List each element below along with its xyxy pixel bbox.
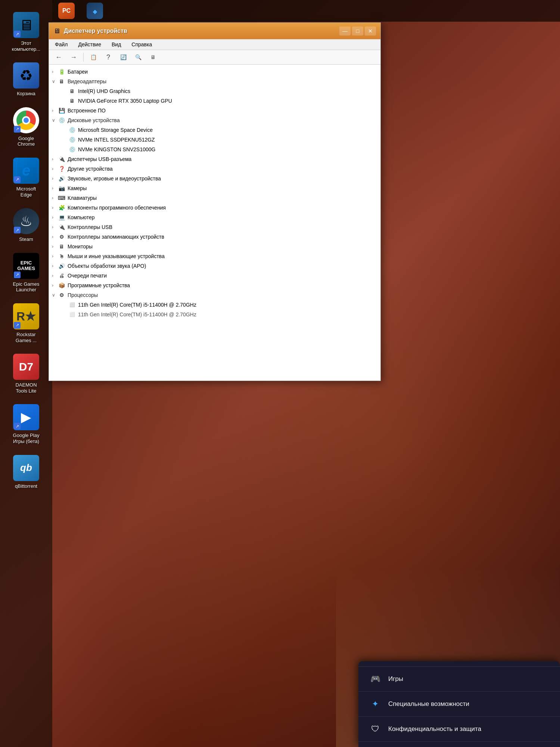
desktop-icon-gplay[interactable]: ▶ ↗ Google PlayИгры (бета): [4, 400, 49, 449]
close-button[interactable]: ✕: [365, 27, 376, 35]
arrow-audio: ›: [52, 263, 58, 269]
tree-cpu1[interactable]: ⬜ 11th Gen Intel(R) Core(TM) i5-11400H @…: [49, 300, 380, 310]
arrow-storage: ›: [52, 234, 58, 239]
desktop-sidebar: 🖥 ↗ Этот компьютер... ♻ Корзина ↗ Google…: [0, 0, 52, 747]
label-monitors: Мониторы: [68, 244, 377, 249]
menu-file[interactable]: Файл: [53, 41, 69, 48]
tree-video-adapters[interactable]: ∨ 🖥 Видеоадаптеры: [49, 77, 380, 86]
desktop-icon-epic[interactable]: EPICGAMES ↗ Epic GamesLauncher: [4, 248, 49, 297]
taskbar-pycharm[interactable]: PC: [52, 0, 81, 21]
scan-button[interactable]: 🔍: [131, 52, 145, 63]
arrow-print: ›: [52, 273, 58, 278]
ctx-separator-bottom: [358, 741, 560, 742]
games-label: Игры: [388, 675, 403, 683]
ctx-games[interactable]: 🎮 Игры: [358, 668, 560, 690]
trash-label: Корзина: [17, 91, 35, 97]
tree-mice[interactable]: › 🖱 Мыши и иные указывающие устройства: [49, 251, 380, 261]
accessibility-icon: ✦: [370, 699, 381, 709]
tree-keyboards[interactable]: › ⌨ Клавиатуры: [49, 193, 380, 203]
shortcut-arrow-epic: ↗: [14, 272, 21, 278]
tree-nvme-kingston[interactable]: 💿 NVMe KINGSTON SNV2S1000G: [49, 145, 380, 154]
icon-firmware: 💾: [58, 107, 65, 114]
tree-other[interactable]: › ❓ Другие устройства: [49, 164, 380, 174]
icon-disk: 💿: [58, 117, 65, 124]
tree-cpu2[interactable]: ⬜ 11th Gen Intel(R) Core(TM) i5-11400H @…: [49, 310, 380, 319]
titlebar-icon: 🖥: [53, 27, 60, 35]
computer-icon: 🖥 ↗: [13, 12, 39, 38]
arrow-batteries: ›: [52, 69, 58, 74]
ctx-separator-top: [358, 666, 560, 667]
tree-nvme-intel[interactable]: 💿 NVMe INTEL SSDPEKNU512GZ: [49, 135, 380, 145]
label-nvidia: NVIDIA GeForce RTX 3050 Laptop GPU: [78, 98, 377, 104]
tree-nvidia-rtx[interactable]: 🖥 NVIDIA GeForce RTX 3050 Laptop GPU: [49, 96, 380, 106]
arrow-firmware: ›: [52, 108, 58, 113]
accessibility-label: Специальные возможности: [388, 700, 469, 708]
tree-cameras[interactable]: › 📷 Камеры: [49, 183, 380, 193]
qbit-icon: qb: [13, 455, 39, 481]
tree-storage-ctrl[interactable]: › ⚙ Контроллеры запоминающих устройств: [49, 232, 380, 242]
properties-button[interactable]: 📋: [87, 52, 100, 63]
tree-monitors[interactable]: › 🖥 Мониторы: [49, 242, 380, 251]
label-firmware: Встроенное ПО: [68, 108, 377, 114]
tree-computer[interactable]: › 💻 Компьютер: [49, 213, 380, 222]
tree-intel-uhd[interactable]: 🖥 Intel(R) UHD Graphics: [49, 86, 380, 96]
arrow-video: ∨: [52, 79, 58, 84]
label-storage: Контроллеры запоминающих устройств: [68, 234, 377, 240]
desktop-icon-computer[interactable]: 🖥 ↗ Этот компьютер...: [4, 7, 49, 56]
help-button[interactable]: ?: [102, 52, 115, 63]
label-print: Очереди печати: [68, 273, 377, 279]
label-usb2: Контроллеры USB: [68, 224, 377, 230]
desktop-icon-trash[interactable]: ♻ Корзина: [4, 58, 49, 101]
desktop-icon-edge[interactable]: e ↗ MicrosoftEdge: [4, 153, 49, 202]
qbit-label: qBittorrent: [15, 483, 37, 489]
desktop-icon-chrome[interactable]: ↗ GoogleChrome: [4, 103, 49, 152]
desktop-icon-qbit[interactable]: qb qBittorrent: [4, 450, 49, 494]
tree-software-components[interactable]: › 🧩 Компоненты программного обеспечения: [49, 203, 380, 213]
forward-button[interactable]: →: [67, 52, 80, 63]
tree-usb2[interactable]: › 🔌 Контроллеры USB: [49, 222, 380, 232]
computer-label: Этот компьютер...: [7, 40, 46, 52]
icon-sound: 🔊: [58, 175, 65, 182]
label-cpu1: 11th Gen Intel(R) Core(TM) i5-11400H @ 2…: [78, 302, 377, 308]
icon-sw-comp: 🧩: [58, 204, 65, 211]
desktop-icon-rockstar[interactable]: R★ ↗ RockstarGames ...: [4, 299, 49, 348]
back-button[interactable]: ←: [52, 52, 65, 63]
tree-batteries[interactable]: › 🔋 Батареи: [49, 67, 380, 77]
tree-disk-drives[interactable]: ∨ 💿 Дисковые устройства: [49, 115, 380, 125]
arrow-other: ›: [52, 166, 58, 171]
icon-storage: ⚙: [58, 233, 65, 241]
tree-processors[interactable]: ∨ ⚙ Процессоры: [49, 290, 380, 300]
window-controls: — □ ✕: [339, 27, 376, 35]
tree-ms-storage[interactable]: 💿 Microsoft Storage Space Device: [49, 125, 380, 135]
label-batteries: Батареи: [68, 69, 377, 75]
desktop-icon-steam[interactable]: ♨ ↗ Steam: [4, 204, 49, 247]
tree-sw-devices[interactable]: › 📦 Программные устройства: [49, 280, 380, 290]
icon-other: ❓: [58, 165, 65, 173]
ctx-privacy[interactable]: 🛡 Конфиденциальность и защита: [358, 718, 560, 740]
icon-nvidia: 🖥: [68, 97, 76, 105]
menu-action[interactable]: Действие: [77, 41, 103, 48]
minimize-button[interactable]: —: [339, 27, 351, 35]
tree-usb[interactable]: › 🔌 Диспетчеры USB-разъема: [49, 154, 380, 164]
menu-help[interactable]: Справка: [130, 41, 153, 48]
maximize-button[interactable]: □: [352, 27, 363, 35]
label-sound: Звуковые, игровые и видеоустройства: [68, 176, 377, 182]
update-button[interactable]: 🔄: [116, 52, 130, 63]
gplay-label: Google PlayИгры (бета): [13, 433, 40, 444]
tree-firmware[interactable]: › 💾 Встроенное ПО: [49, 106, 380, 115]
label-nvme-intel: NVMe INTEL SSDPEKNU512GZ: [78, 137, 377, 143]
tree-sound[interactable]: › 🔊 Звуковые, игровые и видеоустройства: [49, 174, 380, 183]
icon-usb: 🔌: [58, 155, 65, 163]
tree-audio[interactable]: › 🔊 Объекты обработки звука (APO): [49, 261, 380, 271]
desktop-icon-daemon[interactable]: D7 DAEMONTools Lite: [4, 349, 49, 398]
ctx-accessibility[interactable]: ✦ Специальные возможности: [358, 693, 560, 715]
taskbar-davinci[interactable]: ⬥: [81, 0, 109, 21]
icon-print: 🖨: [58, 272, 65, 279]
menu-view[interactable]: Вид: [110, 41, 122, 48]
toolbar-separator-1: [83, 53, 84, 62]
arrow-proc: ∨: [52, 292, 58, 298]
epic-label: Epic GamesLauncher: [13, 281, 40, 293]
monitor-button[interactable]: 🖥: [146, 52, 160, 63]
tree-print[interactable]: › 🖨 Очереди печати: [49, 271, 380, 280]
shortcut-arrow: ↗: [14, 31, 21, 37]
